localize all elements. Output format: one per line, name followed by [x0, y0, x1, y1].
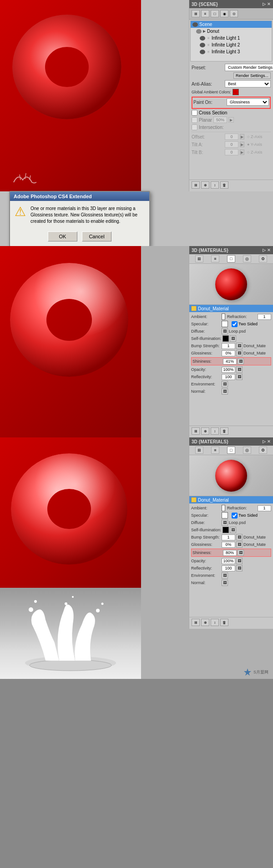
- planar-value[interactable]: [213, 117, 227, 123]
- refraction2-input[interactable]: [258, 505, 271, 511]
- bump-file[interactable]: Donut_Mate: [243, 344, 266, 348]
- glossiness2-file[interactable]: Donut_Mate: [243, 542, 266, 547]
- self-illum2-swatch[interactable]: [222, 527, 229, 533]
- mat-minimize-icon[interactable]: ▷: [263, 248, 266, 252]
- bottom-icon-3[interactable]: ↕: [211, 181, 219, 189]
- glossiness-input[interactable]: [222, 350, 235, 356]
- two-sided-checkbox[interactable]: [232, 321, 238, 327]
- planar-checkbox[interactable]: [192, 117, 197, 123]
- reflectivity2-input[interactable]: [222, 565, 235, 571]
- light-icon-btn[interactable]: ◉: [220, 10, 228, 17]
- mat2-close-icon[interactable]: ✕: [267, 439, 271, 444]
- eye-icon-light2[interactable]: [200, 43, 205, 47]
- scene-item-scene[interactable]: Scene: [191, 21, 272, 28]
- mat2-icon-grid[interactable]: ⊞: [195, 447, 203, 454]
- eye-icon-scene[interactable]: [192, 22, 198, 27]
- mat2-icon-circle[interactable]: ◎: [243, 447, 251, 454]
- opacity2-btn[interactable]: 🖼: [236, 558, 243, 564]
- mat-bottom-4[interactable]: 🗑: [220, 427, 228, 435]
- scene-item-light1[interactable]: ☀ Infinite Light 1: [198, 35, 272, 41]
- specular2-swatch[interactable]: [222, 512, 228, 519]
- anti-alias-select[interactable]: Best: [225, 80, 271, 87]
- reflectivity2-btn[interactable]: 🖼: [236, 565, 243, 571]
- mat-bottom-1[interactable]: ⊞: [192, 427, 200, 435]
- diffuse2-link-btn[interactable]: 🖼: [222, 519, 228, 526]
- scene-item-light3[interactable]: ☀ Infinite Light 3: [198, 48, 272, 55]
- specular-swatch[interactable]: [222, 321, 228, 327]
- opacity-input[interactable]: [222, 367, 235, 373]
- mat-bottom-3[interactable]: ↕: [211, 427, 219, 435]
- mat2-bottom-1[interactable]: ⊞: [192, 619, 200, 626]
- shininess-input[interactable]: [223, 359, 237, 365]
- eye-icon-donut[interactable]: [196, 29, 202, 34]
- reflectivity-btn[interactable]: 🖼: [236, 374, 243, 380]
- bump2-input[interactable]: [222, 534, 235, 540]
- glossiness2-file-btn[interactable]: 🖼: [236, 541, 243, 548]
- normal2-btn[interactable]: 🖼: [222, 580, 228, 586]
- environment2-btn[interactable]: 🖼: [222, 572, 228, 579]
- bottom-icon-4[interactable]: 🗑: [220, 181, 228, 189]
- mat2-bottom-4[interactable]: 🗑: [220, 619, 228, 626]
- mat2-icon-gear[interactable]: ⚙: [259, 447, 267, 454]
- mat-icon-gear[interactable]: ⚙: [259, 255, 267, 262]
- planar-stepper[interactable]: ▶: [228, 117, 234, 123]
- reflectivity-input[interactable]: [222, 374, 235, 380]
- box-icon-btn[interactable]: □: [211, 10, 219, 17]
- bottom-icon-2[interactable]: ⊕: [201, 181, 209, 189]
- mat-bottom-2[interactable]: ⊕: [201, 427, 209, 435]
- mat-icon-list[interactable]: ≡: [211, 255, 219, 262]
- two-sided2-checkbox[interactable]: [232, 513, 238, 519]
- mat-icon-box[interactable]: □: [227, 255, 235, 262]
- minimize-icon[interactable]: ▷: [263, 2, 266, 6]
- glossiness2-input[interactable]: [222, 542, 235, 548]
- intersection-checkbox[interactable]: [192, 124, 197, 130]
- diffuse-file[interactable]: Loop.psd: [229, 329, 246, 334]
- mat2-bottom-2[interactable]: ⊕: [201, 619, 209, 626]
- scene-item-light2[interactable]: ☀ Infinite Light 2: [198, 41, 272, 48]
- eye-icon-light1[interactable]: [200, 36, 205, 41]
- mat2-bottom-3[interactable]: ↕: [211, 619, 219, 626]
- mat2-icon-box[interactable]: □: [227, 447, 235, 454]
- eye-icon-light3[interactable]: [200, 50, 205, 54]
- bump-file-btn[interactable]: 🖼: [236, 343, 243, 349]
- mat-close-icon[interactable]: ✕: [267, 248, 271, 252]
- shininess-file-btn[interactable]: 🖼: [238, 358, 244, 365]
- offset-input[interactable]: [225, 134, 238, 140]
- mat2-icon-list[interactable]: ≡: [211, 447, 219, 454]
- opacity2-input[interactable]: [222, 558, 235, 564]
- mat-icon-grid[interactable]: ⊞: [195, 255, 203, 262]
- camera-icon-btn[interactable]: ⊙: [230, 10, 238, 17]
- diffuse-link-btn[interactable]: 🖼: [222, 328, 228, 334]
- close-icon[interactable]: ✕: [267, 2, 271, 6]
- ambient-color-swatch[interactable]: [233, 89, 239, 95]
- bottom-icon-1[interactable]: ⊞: [192, 181, 200, 189]
- cross-section-checkbox[interactable]: [192, 110, 197, 116]
- tilt-a-stepper[interactable]: ▶: [240, 142, 244, 147]
- mat-icon-circle[interactable]: ◎: [243, 255, 251, 262]
- scene-icon-btn[interactable]: ⊞: [192, 10, 200, 17]
- self-illum-swatch[interactable]: [222, 335, 229, 342]
- ambient2-swatch[interactable]: [222, 505, 225, 511]
- shininess2-input[interactable]: [223, 550, 237, 556]
- shininess2-file-btn[interactable]: 🖼: [238, 550, 244, 556]
- offset-stepper[interactable]: ▶: [240, 134, 244, 139]
- scene-item-donut[interactable]: ▶ Donut: [194, 28, 272, 35]
- tilt-b-stepper[interactable]: ▶: [240, 149, 244, 155]
- bump-input[interactable]: [222, 343, 235, 349]
- opacity-btn[interactable]: 🖼: [236, 366, 243, 373]
- bump2-file[interactable]: Donut_Mate: [243, 535, 266, 539]
- tilt-b-input[interactable]: [225, 149, 238, 155]
- dialog-cancel-btn[interactable]: Cancel: [82, 231, 111, 241]
- paint-on-select[interactable]: Glossiness: [227, 98, 269, 106]
- self-illum-btn[interactable]: 🖼: [230, 335, 236, 342]
- ambient-swatch[interactable]: [222, 313, 225, 320]
- normal-btn[interactable]: 🖼: [222, 388, 228, 395]
- bump2-file-btn[interactable]: 🖼: [236, 534, 243, 540]
- refraction-input[interactable]: 1: [258, 314, 271, 320]
- layers-icon-btn[interactable]: ≡: [201, 10, 209, 17]
- preset-select[interactable]: Custom Render Settings: [225, 64, 273, 71]
- environment-btn[interactable]: 🖼: [222, 381, 228, 387]
- render-settings-btn[interactable]: Render Settings...: [233, 72, 271, 79]
- glossiness-file-btn[interactable]: 🖼: [236, 350, 243, 356]
- diffuse2-file[interactable]: Loop.psd: [229, 520, 246, 525]
